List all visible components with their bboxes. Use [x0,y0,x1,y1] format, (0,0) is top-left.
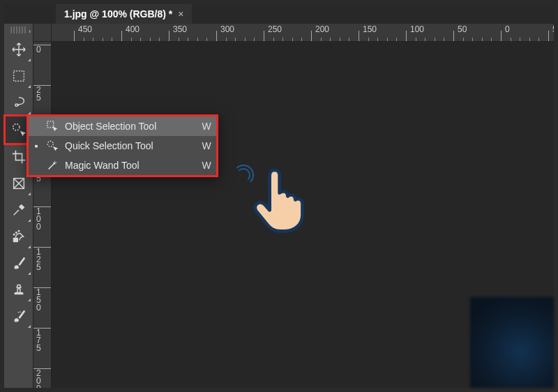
quick-select-icon [44,140,61,152]
tools-panel: ›› [4,24,33,388]
app-window: 1.jpg @ 100% (RGB/8) * × ›› [4,4,554,388]
brush-tool[interactable] [6,250,32,276]
flyout-triangle-icon [28,272,31,275]
ruler-h-label: 50 [458,24,467,34]
svg-rect-3 [13,238,17,242]
magic-wand-icon [44,159,61,172]
ruler-v-label: 1 0 0 [36,208,45,231]
flyout-item-label: Object Selection Tool [61,121,197,132]
flyout-item-object-select[interactable]: Object Selection ToolW [29,116,216,136]
ruler-v-label: 1 7 5 [36,329,45,352]
flyout-triangle-icon [28,219,31,222]
ruler-h-label: 250 [268,24,282,34]
document-tab[interactable]: 1.jpg @ 100% (RGB/8) * × [56,4,192,24]
ruler-h-label: 400 [126,24,140,34]
flyout-item-label: Quick Selection Tool [61,140,197,151]
spot-heal-brush-tool[interactable] [6,223,32,250]
marquee-tool[interactable] [6,63,32,89]
ruler-h-label: 100 [410,24,424,34]
flyout-item-label: Magic Wand Tool [61,160,197,171]
flyout-triangle-icon [28,59,31,61]
tutorial-frame: 1.jpg @ 100% (RGB/8) * × ›› [0,0,558,392]
close-icon[interactable]: × [178,8,183,20]
svg-point-8 [47,141,53,146]
active-indicator: ▪ [29,140,44,151]
toolbar-grip[interactable] [10,27,27,33]
history-brush-tool[interactable] [6,303,32,329]
lasso-tool[interactable] [6,89,32,116]
ruler-h-label: 200 [315,24,329,34]
flyout-triangle-icon [28,246,31,248]
flyout-item-shortcut: W [197,160,216,171]
flyout-item-quick-select[interactable]: ▪Quick Selection ToolW [29,136,216,156]
flyout-triangle-icon [28,85,31,88]
svg-point-6 [13,234,14,235]
ruler-v-label: 2 0 0 [36,370,45,388]
flyout-item-shortcut: W [197,140,216,151]
image-content [470,297,554,388]
pointing-hand-icon [241,165,311,234]
ruler-vertical[interactable]: 02 55 07 51 0 01 2 51 5 01 7 52 0 0 [33,42,52,388]
ruler-v-label: 1 5 0 [36,289,45,312]
ruler-h-label: 350 [173,24,187,34]
flyout-triangle-icon [28,325,31,328]
ruler-v-label: 2 5 [36,86,45,102]
flyout-item-shortcut: W [197,121,216,132]
ruler-horizontal[interactable]: 45040035030025020015010050050 [52,24,554,42]
eyedropper-tool[interactable] [6,197,32,223]
ruler-origin[interactable] [33,24,52,42]
svg-rect-0 [13,71,24,82]
object-select-icon [44,120,61,133]
ruler-h-label: 0 [505,24,510,34]
svg-point-4 [15,232,16,233]
clone-stamp-tool[interactable] [6,276,32,303]
document-tab-title: 1.jpg @ 100% (RGB/8) * [64,8,172,20]
flyout-triangle-icon [28,193,31,195]
svg-point-5 [18,230,19,231]
svg-point-9 [54,162,56,163]
ruler-h-label: 300 [220,24,234,34]
ruler-h-label: 150 [363,24,377,34]
ruler-v-label: 0 [36,46,45,54]
ruler-h-label: 50 [552,24,554,34]
flyout-triangle-icon [28,299,31,301]
document-tabs: 1.jpg @ 100% (RGB/8) * × [4,4,554,24]
ruler-v-label: 1 2 5 [36,248,45,271]
selection-tool-flyout: Object Selection ToolW▪Quick Selection T… [27,114,218,177]
flyout-item-magic-wand[interactable]: Magic Wand ToolW [29,156,216,175]
move-tool[interactable] [6,36,32,63]
ruler-h-label: 450 [78,24,92,34]
svg-point-1 [13,124,19,130]
